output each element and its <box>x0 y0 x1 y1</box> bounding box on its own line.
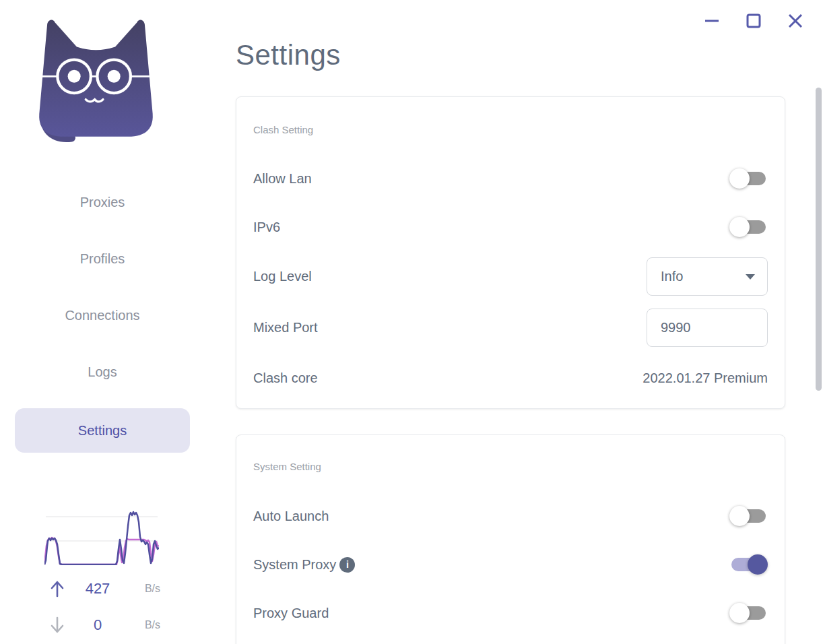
window-controls <box>700 9 807 32</box>
mixed-port-field-wrap <box>647 309 768 347</box>
scrollbar-thumb[interactable] <box>816 88 822 391</box>
download-rate-unit: B/s <box>129 619 160 631</box>
upload-rate-row: 427 B/s <box>44 578 160 600</box>
mixed-port-row: Mixed Port <box>253 309 768 347</box>
allow-lan-toggle[interactable] <box>729 168 768 189</box>
auto-launch-toggle[interactable] <box>729 506 768 526</box>
traffic-chart <box>44 507 159 565</box>
clash-core-label: Clash core <box>253 371 318 386</box>
clash-core-row: Clash core 2022.01.27 Premium <box>253 359 768 397</box>
clash-setting-section-title: Clash Setting <box>253 123 313 137</box>
log-level-label: Log Level <box>253 269 312 284</box>
system-setting-card: System Setting Auto Launch System Proxy … <box>236 434 785 644</box>
log-level-select[interactable]: Info <box>647 257 768 296</box>
sidebar-item-connections[interactable]: Connections <box>15 295 190 335</box>
ipv6-row: IPv6 <box>253 208 768 246</box>
proxy-guard-toggle[interactable] <box>729 603 768 623</box>
sidebar-nav: Proxies Profiles Connections Logs Settin… <box>15 182 190 469</box>
sidebar-item-profiles[interactable]: Profiles <box>15 238 190 279</box>
info-icon[interactable]: i <box>339 557 355 573</box>
toggle-thumb <box>729 168 750 189</box>
minimize-icon <box>704 13 720 29</box>
clash-setting-card: Clash Setting Allow Lan IPv6 Log Level <box>236 96 785 409</box>
ipv6-toggle[interactable] <box>729 217 768 237</box>
auto-launch-row: Auto Launch <box>253 497 768 535</box>
toggle-thumb <box>729 217 750 237</box>
system-proxy-row: System Proxy i <box>253 546 768 583</box>
download-rate-value: 0 <box>66 616 129 634</box>
upload-rate-unit: B/s <box>129 583 160 595</box>
mixed-port-label: Mixed Port <box>253 320 318 335</box>
ipv6-label: IPv6 <box>253 220 280 235</box>
allow-lan-row: Allow Lan <box>253 160 768 197</box>
sidebar: Proxies Profiles Connections Logs Settin… <box>0 0 205 644</box>
system-proxy-label: System Proxy i <box>253 557 355 573</box>
close-button[interactable] <box>784 9 807 32</box>
maximize-icon <box>746 13 762 29</box>
close-icon <box>787 13 803 29</box>
system-proxy-label-text: System Proxy <box>253 557 336 573</box>
proxy-guard-label: Proxy Guard <box>253 606 329 621</box>
upload-arrow-icon <box>48 579 66 598</box>
maximize-button[interactable] <box>742 9 765 32</box>
mixed-port-input[interactable] <box>647 309 768 347</box>
system-setting-section-title: System Setting <box>253 459 321 474</box>
toggle-thumb <box>748 554 768 575</box>
toggle-thumb <box>729 506 750 526</box>
clash-core-version: 2022.01.27 Premium <box>643 371 768 386</box>
download-arrow-icon <box>48 616 66 635</box>
chevron-down-icon <box>746 274 755 280</box>
log-level-selected-value: Info <box>661 269 683 284</box>
toggle-thumb <box>729 603 750 623</box>
clash-settings-window: Proxies Profiles Connections Logs Settin… <box>0 0 823 644</box>
allow-lan-label: Allow Lan <box>253 171 312 187</box>
system-proxy-toggle[interactable] <box>729 554 768 575</box>
upload-rate-value: 427 <box>66 580 129 598</box>
log-level-row: Log Level Info <box>253 257 768 296</box>
sidebar-item-proxies[interactable]: Proxies <box>15 182 190 222</box>
upload-line <box>44 512 159 565</box>
sidebar-item-settings[interactable]: Settings <box>15 408 190 453</box>
minimize-button[interactable] <box>700 9 723 32</box>
proxy-guard-row: Proxy Guard <box>253 594 768 632</box>
download-rate-row: 0 B/s <box>44 614 160 636</box>
auto-launch-label: Auto Launch <box>253 509 329 524</box>
clash-cat-logo-icon <box>30 13 162 148</box>
sidebar-item-logs[interactable]: Logs <box>15 352 190 392</box>
page-title: Settings <box>236 39 341 71</box>
